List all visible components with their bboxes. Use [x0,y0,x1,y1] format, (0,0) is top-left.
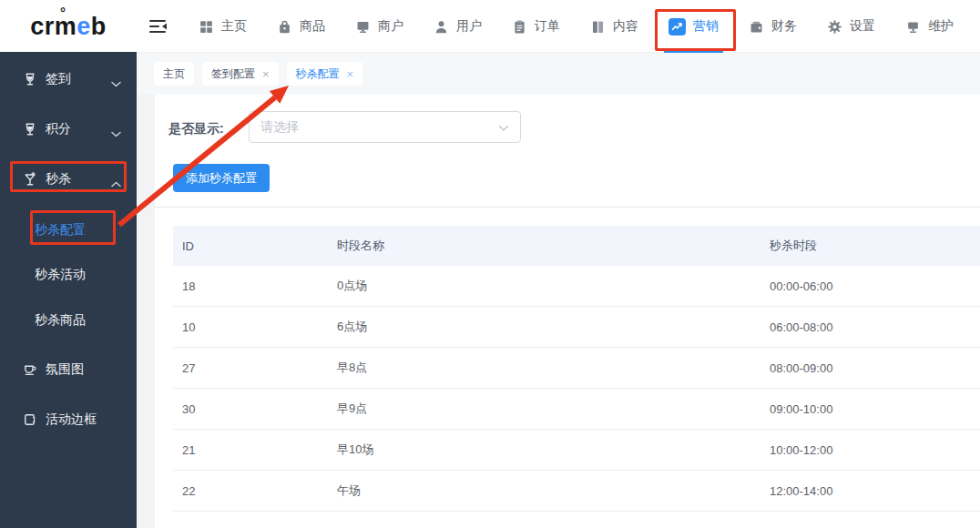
sidebar-item-activity-border[interactable]: 活动边框 [0,406,137,433]
nav-item-products[interactable]: 商品 [277,0,325,53]
gear-icon [827,19,842,35]
add-seckill-config-button[interactable]: 添加秒杀配置 [173,164,270,192]
show-filter-label: 是否显示: [168,121,224,137]
cell-seckill-period: 08:00-09:00 [770,361,980,375]
nav-label: 商户 [378,18,403,35]
martini-icon [23,172,37,187]
table-row: 27 早8点 08:00-09:00 [173,348,980,389]
table-header-row: ID 时段名称 秒杀时段 [173,226,980,266]
tab-signin-config[interactable]: 签到配置 × [202,62,279,86]
content-panel: 是否显示: 请选择 添加秒杀配置 ID 时段名称 秒杀时段 18 0点场 00:… [155,95,980,528]
nav-label: 内容 [613,18,638,35]
logo-accent-letter: e [77,13,91,41]
logo-text-suffix: b [91,13,107,41]
cell-period-name: 早8点 [337,360,770,376]
nav-item-settings[interactable]: 设置 [827,0,875,53]
content-gutter [137,95,155,528]
tab-label: 主页 [163,66,185,82]
collapse-menu-icon[interactable] [148,18,168,35]
nav-item-merchant[interactable]: 商户 [355,0,403,53]
sidebar-sub-label: 秒杀活动 [35,267,86,283]
nav-item-users[interactable]: 用户 [434,0,482,53]
cell-period-name: 早10场 [337,442,770,458]
section-divider [155,207,980,208]
chevron-down-icon [111,126,121,140]
nav-item-finance[interactable]: 财务 [749,0,797,53]
cell-period-name: 早9点 [337,401,770,417]
table-row: 30 早9点 09:00-10:00 [173,389,980,430]
nav-label: 维护 [928,18,954,35]
cell-seckill-period: 00:00-06:00 [770,279,980,293]
table-row: 10 6点场 06:00-08:00 [173,307,980,348]
close-icon[interactable]: × [262,68,270,80]
sidebar-item-points[interactable]: 积分 [0,116,137,143]
seckill-config-table: ID 时段名称 秒杀时段 18 0点场 00:00-06:00 10 6点场 0… [173,226,980,512]
tab-home[interactable]: 主页 [154,62,194,86]
cell-id: 10 [182,320,337,334]
sidebar-item-seckill-activity[interactable]: 秒杀活动 [0,262,137,288]
show-filter-select[interactable]: 请选择 [249,111,521,143]
trend-chart-icon [669,18,686,36]
table-row: 21 早10场 10:00-12:00 [173,430,980,471]
bag-icon [277,19,292,35]
sidebar-label: 活动边框 [46,411,97,428]
cell-seckill-period: 10:00-12:00 [770,443,980,457]
cell-id: 27 [182,361,337,375]
sidebar-item-atmosphere[interactable]: 氛围图 [0,356,137,383]
sidebar-item-seckill-product[interactable]: 秒杀商品 [0,308,137,333]
tab-seckill-config[interactable]: 秒杀配置 × [287,62,363,86]
top-navigation: 主页 商品 商户 用户 [199,0,954,53]
sidebar-sub-label: 秒杀配置 [35,222,86,239]
device-icon [905,19,921,35]
sidebar: 签到 积分 秒杀 秒杀配置 秒杀活动 [0,52,137,528]
open-tabs-bar: 主页 签到配置 × 秒杀配置 × [137,53,980,95]
cell-period-name: 6点场 [337,319,770,335]
cell-seckill-period: 09:00-10:00 [770,402,980,416]
clipboard-icon [512,19,527,35]
column-header-period-name: 时段名称 [337,238,770,254]
table-row: 18 0点场 00:00-06:00 [173,266,980,307]
crmeb-logo: crmeb ° [0,0,137,53]
nav-label: 订单 [535,18,560,35]
sidebar-label: 秒杀 [46,171,71,188]
nav-label: 主页 [221,18,247,35]
nav-label: 财务 [771,18,797,35]
cell-period-name: 午场 [337,482,770,499]
nav-label: 商品 [300,18,325,35]
nav-item-content[interactable]: 内容 [590,0,638,53]
logo-ring: ° [60,5,66,20]
select-placeholder: 请选择 [260,119,498,136]
top-bar: crmeb ° 主页 [0,0,980,53]
nav-item-maintenance[interactable]: 维护 [905,0,954,53]
close-icon[interactable]: × [347,68,354,80]
column-header-seckill-period: 秒杀时段 [770,238,980,254]
cell-id: 22 [182,484,337,498]
tab-label: 秒杀配置 [296,66,340,82]
sidebar-item-seckill-config[interactable]: 秒杀配置 [0,218,137,243]
sidebar-item-seckill[interactable]: 秒杀 [0,166,137,193]
wallet-icon [749,19,764,35]
book-icon [590,19,606,35]
nav-item-home[interactable]: 主页 [199,0,247,53]
table-row: 22 午场 12:00-14:00 [173,471,980,512]
nav-item-orders[interactable]: 订单 [512,0,560,53]
goblet-icon [23,72,37,86]
chevron-up-icon [111,176,121,190]
sidebar-label: 签到 [46,71,71,87]
cell-period-name: 0点场 [337,278,770,294]
tab-label: 签到配置 [211,66,255,82]
sidebar-label: 积分 [46,121,71,137]
nav-label: 用户 [456,18,482,35]
nav-item-marketing[interactable]: 营销 [669,0,719,53]
grid-icon [199,19,214,35]
cup-icon [23,362,37,377]
cell-id: 30 [182,402,337,416]
logo-text: crm [30,13,77,41]
chevron-down-icon [498,119,509,136]
cell-seckill-period: 12:00-14:00 [770,484,980,498]
sidebar-sub-label: 秒杀商品 [35,312,86,329]
app-window: crmeb ° 主页 [0,0,980,528]
frame-icon [23,412,37,427]
goblet-icon [23,122,37,137]
sidebar-item-signin[interactable]: 签到 [0,66,137,93]
